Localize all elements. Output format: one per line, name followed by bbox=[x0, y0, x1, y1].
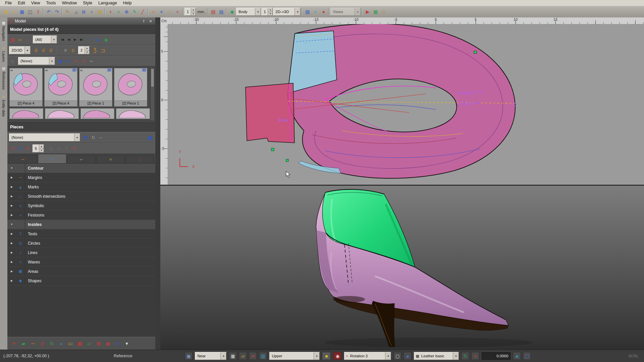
tree-row[interactable]: ▶ ∽ Margins bbox=[7, 173, 155, 182]
tab-pieces[interactable]: ✂ bbox=[38, 154, 66, 163]
lock-icon[interactable]: ⌂ bbox=[166, 8, 173, 16]
red-grid-icon[interactable]: ▨ bbox=[209, 8, 217, 16]
tab-festoons[interactable]: ≈ bbox=[96, 155, 125, 163]
s-blue-icon[interactable]: Ƨ bbox=[113, 340, 121, 348]
piece-both-icon[interactable]: Ƨ bbox=[40, 47, 47, 54]
piece-thumbnail-partial[interactable] bbox=[116, 108, 150, 119]
first-button[interactable]: |◀ bbox=[59, 37, 65, 43]
chevron-down-icon[interactable]: ▼ bbox=[24, 47, 30, 54]
chevron-down-icon[interactable]: ▼ bbox=[49, 57, 55, 65]
tree-row[interactable]: ▶ ◎ Circles bbox=[7, 239, 155, 248]
save-icon[interactable]: ▦ bbox=[18, 8, 26, 16]
paste-icon[interactable]: ▥ bbox=[96, 8, 104, 16]
stop-red-icon[interactable]: ● bbox=[471, 352, 479, 360]
expand-arrow-icon[interactable]: ▶ bbox=[7, 214, 16, 217]
chevron-down-icon[interactable]: ▼ bbox=[314, 352, 319, 360]
scrollbar-thumb[interactable] bbox=[151, 69, 154, 87]
rotate-icon[interactable]: ↻ bbox=[48, 340, 56, 348]
folder-green-icon[interactable]: ▱ bbox=[85, 340, 93, 348]
wave2-icon[interactable]: ≈ bbox=[57, 340, 65, 348]
style-icon[interactable]: ◆ bbox=[228, 8, 236, 16]
piece-thumbnail[interactable]: ∞ 3D [2] Piece 1 bbox=[79, 68, 112, 107]
tree-row[interactable]: ▶ ≈ Waves bbox=[7, 257, 155, 267]
record-icon[interactable]: ● bbox=[320, 8, 327, 16]
tree-row[interactable]: ▶ ∩ Smooth intersections bbox=[7, 192, 155, 201]
pattern-canvas[interactable]: Y X bbox=[168, 24, 644, 185]
expand-arrow-icon[interactable]: ▶ bbox=[7, 204, 16, 207]
soft-curve-icon[interactable]: ∽ bbox=[88, 58, 95, 65]
expand-arrow-icon[interactable]: ▼ bbox=[7, 223, 16, 226]
piece-thumbnail-partial[interactable] bbox=[9, 108, 43, 119]
chevron-down-icon[interactable]: ▼ bbox=[385, 352, 391, 360]
spin-up-icon[interactable]: ▲ bbox=[191, 8, 196, 12]
tree-row[interactable]: ▶ ◆ Shapes bbox=[7, 276, 155, 286]
mail-icon[interactable]: ▭ bbox=[66, 340, 74, 348]
swap-icon[interactable]: ⇄ bbox=[65, 58, 72, 65]
pin-icon[interactable]: ⊸ bbox=[142, 18, 146, 24]
chevron-down-icon[interactable]: ▼ bbox=[74, 134, 80, 141]
stamp-icon[interactable]: ▤ bbox=[48, 145, 55, 152]
expand-arrow-icon[interactable]: ▶ bbox=[7, 279, 16, 282]
undo-icon[interactable]: ↶ bbox=[45, 8, 53, 16]
grid-small-icon[interactable]: ▦ bbox=[229, 352, 237, 360]
layers-icon[interactable]: ▤ bbox=[217, 8, 225, 16]
color-swatch-button[interactable]: ■ bbox=[322, 352, 331, 360]
redo-icon[interactable]: ↷ bbox=[53, 8, 61, 16]
mirror-icon[interactable]: Ƨ bbox=[69, 47, 76, 54]
menu-item[interactable]: Style bbox=[80, 0, 95, 6]
tree-row[interactable]: ▶ ▦ Areas bbox=[7, 267, 155, 276]
coord-mode-icon[interactable]: ▣ bbox=[184, 352, 193, 360]
target-icon[interactable]: ⌖ bbox=[158, 8, 165, 16]
pieces-filter-dropdown[interactable]: (All) ▼ bbox=[33, 36, 57, 44]
menu-item[interactable]: Window bbox=[59, 0, 80, 6]
soft-icon[interactable]: ∽ bbox=[98, 134, 105, 141]
menu-item[interactable]: View bbox=[28, 0, 43, 6]
collapse-icon[interactable]: ‹ bbox=[88, 8, 96, 16]
piece-3d-icon[interactable]: Ƨ bbox=[47, 47, 54, 54]
piece-thumbnail[interactable]: ∞ 3D [2] Piece 4 bbox=[44, 68, 77, 107]
refresh-green-icon[interactable]: ↻ bbox=[461, 352, 469, 360]
snapshot-icon[interactable]: ◉ bbox=[103, 36, 110, 43]
piece-thumbnail-partial[interactable] bbox=[45, 108, 79, 119]
count-spinner[interactable]: 1 ▲▼ bbox=[261, 8, 273, 16]
menu-item[interactable]: Help bbox=[120, 0, 135, 6]
wave-tool-icon[interactable]: ≈ bbox=[174, 8, 181, 16]
close-icon[interactable]: ✕ bbox=[148, 19, 153, 23]
copy-icon[interactable]: ⧉ bbox=[80, 8, 88, 16]
eye-icon[interactable]: ◉ bbox=[333, 352, 342, 360]
model-3d-view[interactable]: Z X bbox=[160, 186, 644, 350]
spin-down-icon[interactable]: ▼ bbox=[191, 12, 196, 16]
last-button[interactable]: ▶| bbox=[78, 37, 85, 43]
expand-arrow-icon[interactable]: ▶ bbox=[7, 251, 16, 254]
tolerance-spinner[interactable]: 5 ▲▼ bbox=[33, 144, 44, 153]
expand-arrow-icon[interactable]: ▶ bbox=[7, 195, 16, 198]
delete-red-icon[interactable]: ✕ bbox=[9, 145, 16, 152]
side-tab[interactable]: ▦ Navigator bbox=[2, 21, 6, 41]
remove-icon[interactable]: ✕ bbox=[71, 145, 78, 152]
piece-thumbnail[interactable]: 3D [2] Piece 1 bbox=[114, 68, 147, 107]
tree-row[interactable]: ▶ T Texts bbox=[7, 229, 155, 239]
ghost-icon[interactable]: ◌ bbox=[9, 58, 16, 65]
pencil-icon[interactable]: ✎ bbox=[64, 8, 71, 16]
chevron-down-icon[interactable]: ▼ bbox=[453, 352, 459, 360]
clear-icon[interactable]: ✕ bbox=[62, 47, 69, 54]
binocular-icon[interactable]: ◎ bbox=[55, 145, 62, 152]
pin-blue-icon[interactable]: ◈ bbox=[404, 352, 412, 360]
expand-arrow-icon[interactable]: ▼ bbox=[7, 167, 16, 170]
fit-view-icon[interactable]: ⌖ bbox=[88, 36, 95, 43]
group-dropdown[interactable]: (None) ▼ bbox=[18, 57, 55, 65]
tab-margins[interactable]: ∽ bbox=[9, 155, 37, 163]
print-icon[interactable]: ◫ bbox=[26, 8, 34, 16]
expand-arrow-icon[interactable]: ▶ bbox=[7, 270, 16, 273]
chain-icon[interactable]: ∞ bbox=[150, 8, 157, 16]
chevron-down-icon[interactable]: ▼ bbox=[255, 8, 261, 15]
cut-icon[interactable]: ✕ bbox=[24, 145, 31, 152]
side-tab[interactable]: ▱ Layers bbox=[2, 46, 6, 62]
expand-arrow-icon[interactable]: ▶ bbox=[7, 176, 16, 179]
prev-button[interactable]: ◀ bbox=[65, 37, 72, 43]
s-red-icon[interactable]: Ƨ bbox=[80, 58, 87, 65]
panel-title-bar[interactable]: ◫ Model ⊸ ✕ bbox=[7, 17, 155, 25]
layer-small-icon[interactable]: ▤ bbox=[259, 352, 267, 360]
send-piece-icon[interactable]: → bbox=[24, 36, 31, 43]
erase-icon[interactable]: ✕ bbox=[63, 145, 70, 152]
